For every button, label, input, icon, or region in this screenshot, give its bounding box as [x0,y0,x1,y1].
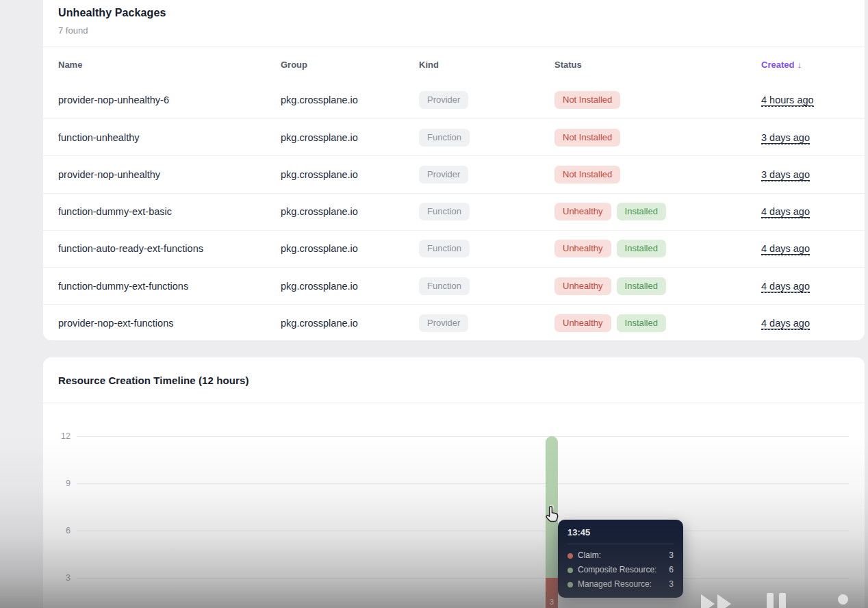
cell-package-kind: Function [419,277,554,295]
column-header-status[interactable]: Status [554,60,761,70]
cell-package-group: pkg.crossplane.io [281,281,419,292]
cell-package-kind: Function [419,240,554,257]
tooltip-series-value: 6 [669,565,674,575]
fast-forward-icon[interactable] [700,593,735,608]
kind-badge: Function [419,240,470,257]
cell-package-status: UnhealthyInstalled [554,203,761,220]
status-badge: Installed [617,203,666,220]
y-axis-tick-label: 9 [43,479,71,488]
timeline-card: Resource Creation Timeline (12 hours) 12… [43,357,865,608]
chart-tooltip: 13:45 Claim:3Composite Resource:6Managed… [558,520,683,598]
cell-package-created: 3 days ago [761,131,850,144]
cell-package-group: pkg.crossplane.io [281,206,419,217]
table-row[interactable]: provider-nop-unhealthy-6 pkg.crossplane.… [43,81,865,118]
cell-package-status: Not Installed [554,166,761,183]
tooltip-divider [567,544,674,544]
tooltip-series-label: Managed Resource: [578,579,664,590]
kind-badge: Function [419,203,470,220]
gridline [77,578,849,579]
table-row[interactable]: provider-nop-unhealthy pkg.crossplane.io… [43,155,865,192]
gridline [77,483,849,484]
y-axis-tick-label: 12 [43,431,71,441]
cell-package-name: function-dummy-ext-basic [58,206,281,217]
cell-package-kind: Function [419,203,554,220]
table-row[interactable]: function-dummy-ext-basic pkg.crossplane.… [43,193,865,230]
table-body: provider-nop-unhealthy-6 pkg.crossplane.… [43,81,865,340]
hand-cursor-icon [544,505,562,524]
status-badge: Not Installed [554,91,620,109]
cell-package-created: 4 hours ago [761,94,850,106]
column-header-group[interactable]: Group [281,60,419,70]
column-header-created[interactable]: Created↓ [761,60,850,70]
cell-package-created: 4 days ago [761,317,850,329]
status-badge: Unhealthy [554,314,611,332]
series-color-dot [567,568,573,573]
created-time-link[interactable]: 3 days ago [761,132,810,144]
gridline [77,531,849,531]
status-badge: Unhealthy [554,277,611,295]
cell-package-name: function-auto-ready-ext-functions [58,243,281,254]
timeline-card-header: Resource Creation Timeline (12 hours) [43,357,865,388]
status-badge: Unhealthy [554,203,611,220]
status-badge: Installed [617,314,666,332]
created-time-link[interactable]: 3 days ago [761,169,810,181]
table-row[interactable]: function-unhealthy pkg.crossplane.io Fun… [43,118,865,155]
created-time-link[interactable]: 4 days ago [761,243,810,255]
gridline [77,436,849,437]
tooltip-series-value: 3 [669,579,674,590]
status-badge: Not Installed [554,166,620,183]
timeline-card-title: Resource Creation Timeline (12 hours) [58,374,850,388]
created-time-link[interactable]: 4 days ago [761,206,810,218]
table-header-row: Name Group Kind Status Created↓ [43,47,865,81]
column-header-created-label: Created [761,60,794,70]
kind-badge: Provider [419,166,468,183]
tooltip-series-label: Claim: [578,550,664,561]
player-overlay [0,590,868,608]
created-time-link[interactable]: 4 days ago [761,281,810,293]
created-time-link[interactable]: 4 hours ago [761,94,814,107]
status-badge: Unhealthy [554,240,611,257]
table-row[interactable]: function-auto-ready-ext-functions pkg.cr… [43,230,865,267]
tooltip-rows: Claim:3Composite Resource:6Managed Resou… [567,550,674,590]
sort-desc-arrow-icon: ↓ [797,60,802,70]
pause-icon[interactable] [767,593,786,608]
table-row[interactable]: function-dummy-ext-functions pkg.crosspl… [43,267,865,304]
cell-package-name: provider-nop-unhealthy-6 [58,94,281,105]
packages-count: 7 found [58,25,850,37]
column-header-name[interactable]: Name [58,60,281,70]
kind-badge: Function [419,277,470,295]
cell-package-group: pkg.crossplane.io [281,169,419,180]
created-time-link[interactable]: 4 days ago [761,318,810,330]
cell-package-group: pkg.crossplane.io [281,243,419,254]
timeline-bar-chart[interactable]: 1296339 [43,403,865,608]
y-axis-tick-label: 3 [43,573,71,583]
packages-card-header: Unhealthy Packages 7 found [43,0,865,37]
cell-package-group: pkg.crossplane.io [281,132,419,143]
column-header-kind[interactable]: Kind [419,60,554,70]
cell-package-name: provider-nop-ext-functions [58,318,281,329]
tooltip-time: 13:45 [567,527,674,537]
packages-card-title: Unhealthy Packages [58,5,850,21]
cell-package-kind: Provider [419,91,554,109]
table-row[interactable]: provider-nop-ext-functions pkg.crossplan… [43,304,865,340]
kind-badge: Function [419,129,470,147]
tooltip-series-label: Composite Resource: [578,565,664,575]
cell-package-status: UnhealthyInstalled [554,240,761,257]
cell-package-name: function-unhealthy [58,132,281,143]
series-color-dot [567,582,573,587]
record-dot-icon[interactable] [838,594,848,605]
cell-package-status: UnhealthyInstalled [554,314,761,332]
cell-package-kind: Provider [419,166,554,183]
cell-package-kind: Function [419,129,554,147]
status-badge: Installed [617,240,666,257]
tooltip-series-row: Composite Resource:6 [567,565,674,575]
cell-package-status: Not Installed [554,91,761,109]
kind-badge: Provider [419,314,468,332]
kind-badge: Provider [419,91,468,109]
cell-package-status: UnhealthyInstalled [554,277,761,295]
cell-package-kind: Provider [419,314,554,332]
cell-package-status: Not Installed [554,129,761,147]
cell-package-created: 4 days ago [761,280,850,292]
status-badge: Installed [617,277,666,295]
cell-package-created: 3 days ago [761,168,850,181]
